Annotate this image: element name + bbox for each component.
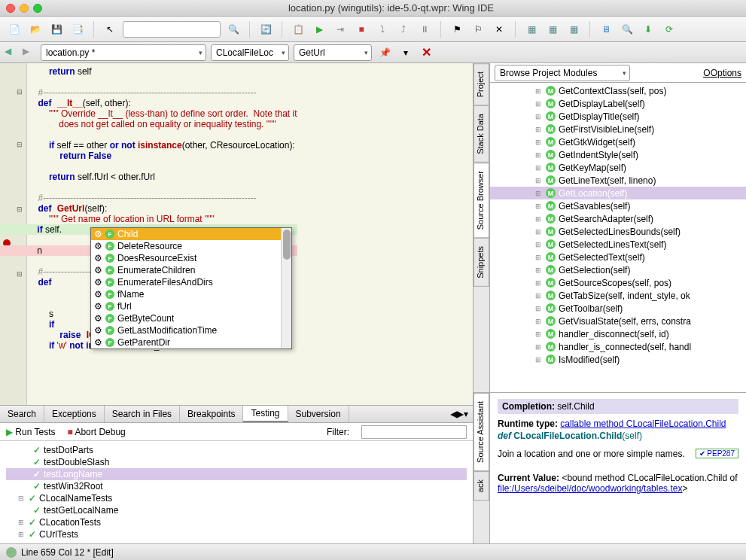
test-tree[interactable]: ✓testDotParts ✓testDoubleSlash ✓testLong… bbox=[0, 441, 473, 543]
autocomplete-popup[interactable]: ⚙FChild ⚙FDeleteResource ⚙FDoesResourceE… bbox=[90, 227, 292, 349]
monitor-icon[interactable]: 🖥 bbox=[598, 21, 614, 38]
autocomplete-item[interactable]: ⚙FChild bbox=[91, 228, 291, 240]
nav-back-icon[interactable]: ◀ bbox=[5, 46, 18, 59]
test-item[interactable]: ⊟✓CLocalNameTests bbox=[6, 492, 467, 504]
pin-icon[interactable]: 📌 bbox=[376, 44, 393, 61]
method-combo[interactable]: GetUrl bbox=[294, 44, 372, 61]
step-out-icon[interactable]: ⤴ bbox=[395, 21, 412, 38]
tree-item[interactable]: ⊞MIsModified(self) bbox=[490, 353, 746, 366]
vtab-source-browser[interactable]: Source Browser bbox=[473, 163, 489, 238]
autocomplete-item[interactable]: ⚙FfName bbox=[91, 288, 291, 300]
tree-item[interactable]: ⊞MGetSearchAdapter(self) bbox=[490, 212, 746, 225]
scrollbar[interactable] bbox=[281, 228, 291, 348]
open-file-icon[interactable]: 📂 bbox=[27, 21, 44, 38]
vtab-project[interactable]: Project bbox=[473, 63, 489, 105]
test-item[interactable]: ⊞✓CLocationTests bbox=[6, 516, 467, 528]
abort-debug-button[interactable]: ■ Abort Debug bbox=[67, 427, 125, 437]
dropdown-icon[interactable]: ▾ bbox=[397, 44, 414, 61]
tree-item[interactable]: ⊞MGetLineText(self, lineno) bbox=[490, 174, 746, 187]
new-file-icon[interactable]: 📄 bbox=[6, 21, 23, 38]
tree-item[interactable]: ⊞MGetDisplayLabel(self) bbox=[490, 97, 746, 110]
vtab-source-assistant[interactable]: Source Assistant bbox=[473, 393, 489, 471]
nav-fwd-icon[interactable]: ▶ bbox=[23, 46, 36, 59]
tab-exceptions[interactable]: Exceptions bbox=[44, 406, 105, 422]
vtab-stack[interactable]: ack bbox=[473, 471, 489, 501]
tree-item[interactable]: ⊞MGetSelectedText(self) bbox=[490, 251, 746, 263]
test-item[interactable]: ✓testWin32Root bbox=[6, 480, 467, 492]
search-input[interactable] bbox=[123, 21, 221, 38]
step-into-icon[interactable]: ⇥ bbox=[332, 21, 349, 38]
scope-combo[interactable]: CLocalFileLoc bbox=[211, 44, 289, 61]
file-combo[interactable]: location.py * bbox=[41, 44, 206, 61]
browser-tree[interactable]: ⊞MGetContextClass(self, pos)⊞MGetDisplay… bbox=[490, 83, 746, 392]
down-icon[interactable]: ⬇ bbox=[640, 21, 656, 38]
tab-menu-icon[interactable]: ◀▶▾ bbox=[446, 409, 473, 419]
tree-item[interactable]: ⊞MGetKeyMap(self) bbox=[490, 161, 746, 174]
tree-item[interactable]: ⊞MGetDisplayTitle(self) bbox=[490, 110, 746, 123]
browse-combo[interactable]: Browse Project Modules bbox=[495, 65, 630, 81]
autocomplete-item[interactable]: ⚙FDoesResourceExist bbox=[91, 252, 291, 264]
save-icon[interactable]: 💾 bbox=[48, 21, 65, 38]
tree-item[interactable]: ⊞MGetTabSize(self, indent_style, ok bbox=[490, 289, 746, 302]
filter-input[interactable] bbox=[361, 425, 467, 439]
tree-item[interactable]: ⊞MGetSavables(self) bbox=[490, 199, 746, 212]
autocomplete-item[interactable]: ⚙FGetParentDir bbox=[91, 336, 291, 348]
cv-link[interactable]: file:/Users/sdeibel/doc/woodworking/tabl… bbox=[498, 483, 682, 494]
zoom-window-icon[interactable] bbox=[33, 4, 42, 13]
fold-icon[interactable]: ⊟ bbox=[17, 205, 23, 213]
test-item[interactable]: ✓testLongName bbox=[6, 468, 467, 480]
tab-search[interactable]: Search bbox=[0, 406, 44, 422]
fold-icon[interactable]: ⊟ bbox=[17, 88, 23, 96]
diff2-icon[interactable]: ▦ bbox=[544, 21, 561, 38]
tree-item[interactable]: ⊞MGetFirstVisibleLine(self) bbox=[490, 123, 746, 135]
bp-enable-icon[interactable]: ⚐ bbox=[470, 21, 486, 38]
autocomplete-item[interactable]: ⚙FEnumerateFilesAndDirs bbox=[91, 276, 291, 288]
tree-item[interactable]: ⊞MGetToolbar(self) bbox=[490, 302, 746, 315]
autocomplete-item[interactable]: ⚙FGetByteCount bbox=[91, 312, 291, 324]
breakpoint-icon[interactable]: ⚑ bbox=[449, 21, 465, 38]
pause-icon[interactable]: ⏸ bbox=[416, 21, 433, 38]
test-item[interactable]: ✓testDotParts bbox=[6, 444, 467, 456]
find-icon[interactable]: 🔍 bbox=[619, 21, 635, 38]
tree-item[interactable]: ⊞Mhandler_disconnect(self, id) bbox=[490, 327, 746, 340]
fold-icon[interactable]: ⊟ bbox=[17, 270, 23, 278]
tree-item[interactable]: ⊞MGetVisualState(self, errs, constra bbox=[490, 315, 746, 327]
diff-icon[interactable]: ▦ bbox=[523, 21, 540, 38]
new-shell-icon[interactable]: 📋 bbox=[290, 21, 306, 38]
vtab-snippets[interactable]: Snippets bbox=[473, 238, 489, 287]
save-all-icon[interactable]: 📑 bbox=[69, 21, 86, 38]
autocomplete-item[interactable]: ⚙FDeleteResource bbox=[91, 240, 291, 252]
code-editor[interactable]: ⊟ ⊟ ⊟ ⊟ return self #-------------------… bbox=[0, 63, 473, 405]
vtab-stack-data[interactable]: Stack Data bbox=[473, 105, 489, 163]
tab-subversion[interactable]: Subversion bbox=[288, 406, 349, 422]
bug-icon[interactable] bbox=[6, 547, 17, 558]
search-icon[interactable]: 🔍 bbox=[225, 21, 242, 38]
tab-breakpoints[interactable]: Breakpoints bbox=[180, 406, 243, 422]
close-file-icon[interactable]: ✕ bbox=[422, 45, 431, 59]
autocomplete-item[interactable]: ⚙FGetLastModificationTime bbox=[91, 324, 291, 336]
run-icon[interactable]: ▶ bbox=[311, 21, 327, 38]
stop-icon[interactable]: ■ bbox=[353, 21, 370, 38]
options-link[interactable]: OOptions bbox=[703, 68, 741, 78]
test-item[interactable]: ⊞✓CUrlTests bbox=[6, 528, 467, 540]
sync-icon[interactable]: ⟳ bbox=[661, 21, 677, 38]
fold-icon[interactable]: ⊟ bbox=[17, 141, 23, 148]
tree-item[interactable]: ⊞Mhandler_is_connected(self, handl bbox=[490, 340, 746, 353]
pep-badge[interactable]: ✔ PEP287 bbox=[696, 449, 738, 458]
tree-item[interactable]: ⊞MGetSelection(self) bbox=[490, 263, 746, 276]
tree-item[interactable]: ⊞MGetSourceScopes(self, pos) bbox=[490, 276, 746, 289]
runtime-link[interactable]: callable method CLocalFileLocation.Child bbox=[560, 418, 726, 429]
tree-item[interactable]: ⊞MGetGtkWidget(self) bbox=[490, 135, 746, 148]
replace-icon[interactable]: 🔄 bbox=[257, 21, 274, 38]
test-item[interactable]: ✓testGetLocalName bbox=[6, 504, 467, 516]
minimize-window-icon[interactable] bbox=[20, 4, 29, 13]
autocomplete-item[interactable]: ⚙FfUrl bbox=[91, 300, 291, 312]
tree-item[interactable]: ⊞MGetSelectedLinesText(self) bbox=[490, 238, 746, 251]
run-tests-button[interactable]: ▶ Run Tests bbox=[6, 427, 55, 437]
autocomplete-item[interactable]: ⚙FEnumerateChildren bbox=[91, 264, 291, 276]
tree-item[interactable]: ⊞MGetIndentStyle(self) bbox=[490, 148, 746, 161]
bp-clear-icon[interactable]: ✕ bbox=[491, 21, 507, 38]
tree-item[interactable]: ⊞MGetContextClass(self, pos) bbox=[490, 84, 746, 97]
tab-testing[interactable]: Testing bbox=[243, 406, 288, 422]
close-window-icon[interactable] bbox=[6, 4, 15, 13]
